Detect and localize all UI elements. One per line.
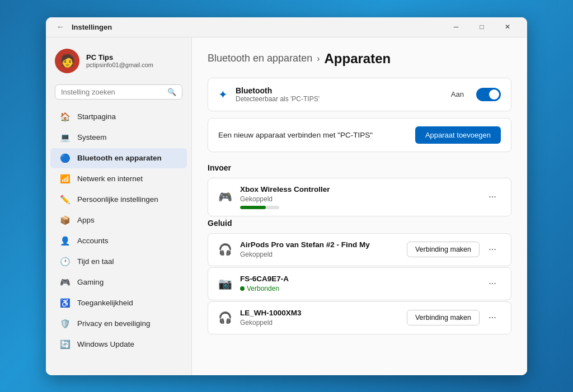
sidebar-item-netwerk[interactable]: 📶 Netwerk en internet bbox=[50, 169, 187, 189]
device-card-airpods: 🎧 AirPods Pro van Stefan #2 - Find My Ge… bbox=[208, 233, 511, 266]
device-info-xbox: Xbox Wireless Controller Gekoppeld bbox=[240, 185, 476, 209]
search-icon: 🔍 bbox=[167, 88, 176, 96]
nav-label-update: Windows Update bbox=[77, 340, 134, 348]
nav-label-bluetooth: Bluetooth en apparaten bbox=[77, 154, 162, 162]
more-button-lewh[interactable]: ··· bbox=[484, 309, 501, 326]
window-controls: ─ □ ✕ bbox=[443, 17, 520, 37]
device-icon-fs6ca: 📷 bbox=[218, 277, 232, 290]
nav-icon-startpagina: 🏠 bbox=[59, 111, 71, 122]
device-icon-xbox: 🎮 bbox=[218, 190, 232, 204]
device-sections: Invoer 🎮 Xbox Wireless Controller Gekopp… bbox=[208, 163, 511, 334]
device-actions-airpods: Verbinding maken··· bbox=[407, 241, 501, 258]
device-icon-lewh: 🎧 bbox=[218, 311, 232, 324]
search-input[interactable] bbox=[61, 88, 164, 96]
maximize-button[interactable]: □ bbox=[469, 17, 495, 37]
sidebar-item-tijd[interactable]: 🕐 Tijd en taal bbox=[50, 252, 187, 272]
nav-label-tijd: Tijd en taal bbox=[77, 257, 114, 266]
search-box[interactable]: 🔍 bbox=[55, 84, 182, 100]
nav-icon-accounts: 👤 bbox=[59, 235, 71, 247]
bluetooth-icon: ✦ bbox=[218, 88, 228, 101]
sidebar-item-update[interactable]: 🔄 Windows Update bbox=[50, 334, 187, 355]
device-actions-lewh: Verbinding maken··· bbox=[407, 309, 501, 326]
device-info-fs6ca: FS-6CA9E7-A Verbonden bbox=[240, 275, 476, 293]
connect-button-airpods[interactable]: Verbinding maken bbox=[407, 242, 480, 257]
bluetooth-info: Bluetooth Detecteerbaar als 'PC-TIPS' bbox=[236, 86, 443, 103]
back-button[interactable]: ← bbox=[53, 19, 68, 35]
device-status-airpods: Gekoppeld bbox=[240, 251, 273, 258]
connect-button-lewh[interactable]: Verbinding maken bbox=[407, 310, 480, 325]
nav-label-persoonlijk: Persoonlijke instellingen bbox=[77, 195, 158, 204]
more-button-xbox[interactable]: ··· bbox=[484, 188, 501, 205]
nav-icon-toegankelijkheid: ♿ bbox=[59, 297, 71, 309]
device-status-lewh: Gekoppeld bbox=[240, 319, 273, 327]
main-content: Bluetooth en apparaten › Apparaten ✦ Blu… bbox=[191, 37, 527, 375]
nav-icon-update: 🔄 bbox=[59, 339, 71, 350]
nav-list: 🏠 Startpagina💻 Systeem🔵 Bluetooth en app… bbox=[46, 106, 191, 355]
add-device-button[interactable]: Apparaat toevoegen bbox=[415, 126, 501, 144]
nav-icon-persoonlijk: ✏️ bbox=[59, 194, 71, 205]
settings-window: ← Instellingen ─ □ ✕ 🧑 PC Tips pctipsinf… bbox=[46, 17, 527, 375]
device-name-airpods: AirPods Pro van Stefan #2 - Find My bbox=[240, 240, 399, 249]
nav-icon-gaming: 🎮 bbox=[59, 277, 71, 288]
bluetooth-subtitle: Detecteerbaar als 'PC-TIPS' bbox=[236, 95, 443, 103]
user-info: PC Tips pctipsinfo01@gmail.com bbox=[86, 53, 153, 68]
device-icon-airpods: 🎧 bbox=[218, 243, 232, 256]
sidebar-item-bluetooth[interactable]: 🔵 Bluetooth en apparaten bbox=[50, 148, 187, 168]
sidebar-item-apps[interactable]: 📦 Apps bbox=[50, 210, 187, 230]
bluetooth-card: ✦ Bluetooth Detecteerbaar als 'PC-TIPS' … bbox=[208, 78, 511, 111]
breadcrumb-parent[interactable]: Bluetooth en apparaten bbox=[208, 53, 312, 64]
window-body: 🧑 PC Tips pctipsinfo01@gmail.com 🔍 🏠 Sta… bbox=[46, 37, 527, 375]
window-title: Instellingen bbox=[72, 23, 443, 31]
nav-icon-privacy: 🛡️ bbox=[59, 318, 71, 329]
nav-label-gaming: Gaming bbox=[77, 278, 104, 286]
titlebar: ← Instellingen ─ □ ✕ bbox=[46, 17, 527, 37]
nav-icon-apps: 📦 bbox=[59, 215, 71, 226]
nav-label-startpagina: Startpagina bbox=[77, 112, 116, 121]
breadcrumb-current: Apparaten bbox=[324, 51, 391, 67]
device-status-xbox: Gekoppeld bbox=[240, 195, 273, 203]
connect-card: Een nieuw apparaat verbinden met "PC-TIP… bbox=[208, 118, 511, 152]
sidebar-item-toegankelijkheid[interactable]: ♿ Toegankelijkheid bbox=[50, 293, 187, 313]
breadcrumb-arrow: › bbox=[317, 54, 320, 64]
sidebar: 🧑 PC Tips pctipsinfo01@gmail.com 🔍 🏠 Sta… bbox=[46, 37, 191, 375]
nav-icon-bluetooth: 🔵 bbox=[59, 153, 71, 164]
sidebar-item-systeem[interactable]: 💻 Systeem bbox=[50, 127, 187, 148]
device-card-lewh: 🎧 LE_WH-1000XM3 Gekoppeld Verbinding mak… bbox=[208, 301, 511, 334]
more-button-airpods[interactable]: ··· bbox=[484, 241, 501, 258]
connect-text: Een nieuw apparaat verbinden met "PC-TIP… bbox=[218, 131, 373, 139]
section-label-invoer: Invoer bbox=[208, 163, 511, 172]
avatar: 🧑 bbox=[55, 49, 79, 73]
nav-icon-netwerk: 📶 bbox=[59, 173, 71, 185]
section-label-geluid: Geluid bbox=[208, 219, 511, 228]
user-profile: 🧑 PC Tips pctipsinfo01@gmail.com bbox=[46, 44, 191, 82]
bluetooth-toggle[interactable] bbox=[476, 88, 501, 101]
device-card-xbox: 🎮 Xbox Wireless Controller Gekoppeld ··· bbox=[208, 178, 511, 216]
nav-icon-systeem: 💻 bbox=[59, 132, 71, 143]
device-card-fs6ca: 📷 FS-6CA9E7-A Verbonden ··· bbox=[208, 267, 511, 300]
nav-label-netwerk: Netwerk en internet bbox=[77, 174, 143, 183]
minimize-button[interactable]: ─ bbox=[443, 17, 469, 37]
bluetooth-status-label: Aan bbox=[451, 90, 464, 98]
device-name-xbox: Xbox Wireless Controller bbox=[240, 185, 476, 193]
nav-label-systeem: Systeem bbox=[77, 133, 107, 141]
sidebar-item-privacy[interactable]: 🛡️ Privacy en beveiliging bbox=[50, 314, 187, 334]
device-name-fs6ca: FS-6CA9E7-A bbox=[240, 275, 476, 283]
nav-label-privacy: Privacy en beveiliging bbox=[77, 319, 151, 328]
nav-label-toegankelijkheid: Toegankelijkheid bbox=[77, 299, 133, 307]
sidebar-item-persoonlijk[interactable]: ✏️ Persoonlijke instellingen bbox=[50, 190, 187, 210]
sidebar-item-accounts[interactable]: 👤 Accounts bbox=[50, 231, 187, 251]
breadcrumb: Bluetooth en apparaten › Apparaten bbox=[208, 51, 511, 67]
user-email: pctipsinfo01@gmail.com bbox=[86, 62, 153, 68]
device-status-fs6ca: Verbonden bbox=[240, 285, 279, 292]
device-actions-xbox: ··· bbox=[484, 188, 501, 205]
battery-fill-xbox bbox=[240, 206, 266, 209]
nav-icon-tijd: 🕐 bbox=[59, 256, 71, 267]
sidebar-item-gaming[interactable]: 🎮 Gaming bbox=[50, 272, 187, 292]
close-button[interactable]: ✕ bbox=[495, 17, 520, 37]
device-name-lewh: LE_WH-1000XM3 bbox=[240, 309, 399, 317]
device-info-lewh: LE_WH-1000XM3 Gekoppeld bbox=[240, 309, 399, 327]
user-name: PC Tips bbox=[86, 53, 153, 62]
bluetooth-name: Bluetooth bbox=[236, 86, 443, 95]
more-button-fs6ca[interactable]: ··· bbox=[484, 275, 501, 292]
sidebar-item-startpagina[interactable]: 🏠 Startpagina bbox=[50, 107, 187, 127]
